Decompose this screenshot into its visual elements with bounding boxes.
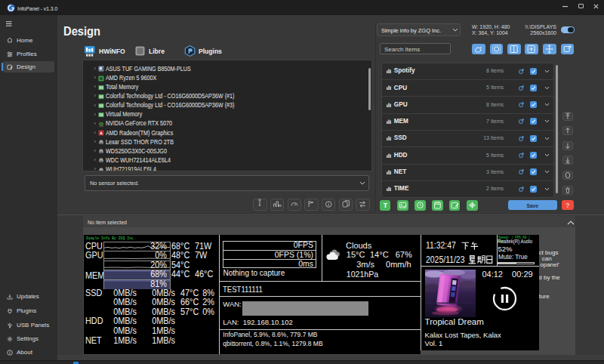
svg-text:T: T	[383, 202, 387, 209]
